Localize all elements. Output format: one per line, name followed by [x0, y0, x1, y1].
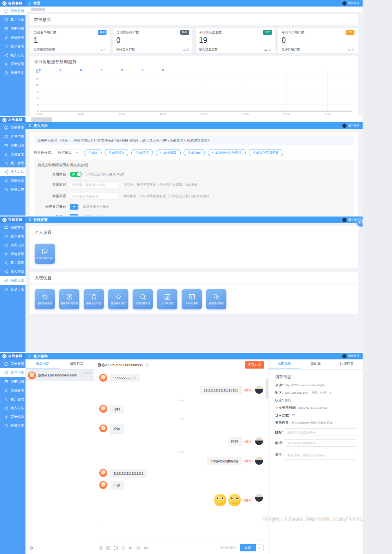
sidebar-item-4[interactable]: 客户管理 — [0, 42, 25, 51]
window-icon — [188, 293, 195, 300]
link-icon[interactable] — [129, 546, 133, 550]
chat-style-select[interactable]: 标准窗口 — [55, 149, 81, 156]
sidebar-item-3[interactable]: 评价管理 — [0, 250, 25, 258]
message-bubble: 哈哈 — [110, 424, 124, 434]
screenshot-help-link[interactable]: 怎样发截图? — [220, 546, 237, 550]
sidebar-item-4[interactable]: 客户管理 — [0, 395, 25, 404]
send-button[interactable]: 发送 — [240, 544, 256, 551]
sidebar-item-0[interactable]: 系统首页 — [0, 223, 25, 232]
minus-circle-icon[interactable] — [121, 546, 125, 550]
visitor-input-1[interactable] — [285, 439, 356, 447]
chat-scrollbar[interactable] — [266, 378, 268, 399]
sidebar-item-2[interactable]: 历史记录 — [0, 24, 25, 33]
logout-button[interactable]: 退出登录 — [348, 1, 359, 5]
expand-icon[interactable] — [145, 363, 149, 367]
brand-title: 在线客服 — [8, 354, 23, 358]
generate-button-1[interactable]: 生成弹窗js — [105, 149, 128, 156]
settings-tile[interactable]: 上下班设置 — [157, 289, 177, 309]
sidebar-item-5[interactable]: 接入方法 — [0, 267, 25, 276]
tab-排队列表[interactable]: 排队列表 — [60, 359, 94, 369]
settings-tile[interactable]: TAB栏编辑 — [182, 289, 202, 309]
sidebar-item-6[interactable]: 系统设置 — [0, 412, 25, 421]
tab-访客信息[interactable]: 访客信息 — [269, 359, 300, 369]
generate-button-0[interactable]: 生成js — [84, 149, 101, 156]
smile-icon[interactable] — [99, 546, 103, 550]
sidebar-item-6[interactable]: 系统设置 — [0, 276, 25, 285]
sidebar-item-3[interactable]: 评价管理 — [0, 33, 25, 42]
generate-button-4[interactable]: 生成html — [184, 149, 205, 156]
generate-button-3[interactable]: 生成小窗口 — [156, 149, 181, 156]
revoke-link[interactable]: (撤销) — [244, 459, 253, 463]
sidebar-item-7[interactable]: 登录日志 — [0, 421, 25, 430]
gear-icon — [4, 62, 8, 66]
sidebar-item-1[interactable]: 客户咨询 — [0, 15, 25, 24]
setting-hint: 单位秒，开启弹窗有效（只对自定义窗口生成js有效） — [123, 182, 201, 187]
settings-tile[interactable]: 首次对话问候语 — [35, 244, 55, 264]
sidebar-item-7[interactable]: 登录日志 — [0, 285, 25, 294]
sidebar-item-1[interactable]: 客户咨询 — [0, 232, 25, 241]
sidebar-item-0[interactable]: 系统首页 — [0, 7, 25, 15]
logout-button[interactable]: 退出登录 — [348, 124, 359, 128]
logout-button[interactable]: 退出登录 — [348, 354, 359, 358]
revoke-link[interactable]: (撤销) — [244, 498, 253, 503]
sidebar-item-5[interactable]: 接入方法 — [0, 167, 25, 176]
sidebar-item-2[interactable]: 历史记录 — [0, 141, 25, 150]
sidebar-item-0[interactable]: 系统首页 — [0, 123, 25, 132]
sidebar-item-4[interactable]: 客户管理 — [0, 258, 25, 267]
agent-avatar — [255, 494, 263, 502]
conversation-item[interactable]: 游客e2129399550098k8995 12:38:03 — [25, 370, 94, 381]
delete-conversation-button[interactable] — [25, 543, 94, 554]
message-input[interactable] — [98, 526, 264, 541]
svg-text:16:00: 16:00 — [201, 113, 208, 116]
sidebar-item-7[interactable]: 登录日志 — [0, 68, 25, 77]
tab-当前对话[interactable]: 当前对话 — [25, 359, 60, 369]
sidebar-item-1[interactable]: 客户咨询 — [0, 132, 25, 141]
chat-icon — [359, 220, 363, 224]
visitor-input-2[interactable] — [285, 450, 356, 460]
sidebar-item-0[interactable]: 系统首页 — [0, 359, 25, 368]
settings-tile[interactable]: 客服微信对接 — [206, 289, 226, 309]
sidebar-item-3[interactable]: 评价管理 — [0, 386, 25, 395]
tab-快捷回复[interactable]: 快捷回复 — [331, 359, 363, 369]
popup-toggle[interactable]: 开 — [70, 172, 82, 177]
tag-chip[interactable] — [31, 117, 52, 122]
color-picker-3[interactable] — [70, 204, 78, 210]
tag-chip[interactable] — [31, 8, 45, 11]
pin-chat-button[interactable]: 置顶对话 — [245, 361, 264, 369]
settings-tile[interactable]: 通用基础设置 — [35, 289, 55, 309]
sidebar-item-7[interactable]: 登录日志 — [0, 185, 25, 194]
visitor-input-0[interactable] — [285, 428, 356, 436]
tab-黑名单[interactable]: 黑名单 — [300, 359, 331, 369]
image-icon[interactable] — [106, 546, 110, 550]
settings-tile[interactable]: 客服评价设置 — [108, 289, 128, 309]
stat-footer-value: 0 — [349, 47, 354, 52]
send-options-button[interactable] — [256, 544, 264, 551]
color-picker-4[interactable] — [70, 214, 78, 216]
sidebar-item-3[interactable]: 评价管理 — [0, 150, 25, 159]
sidebar-item-5[interactable]: 接入方法 — [0, 51, 25, 60]
revoke-link[interactable]: (撤销) — [244, 440, 253, 444]
setting-input-2[interactable] — [70, 193, 119, 200]
generate-button-6[interactable]: 生成我的专属链接 — [249, 149, 283, 156]
star-icon[interactable] — [136, 546, 140, 550]
generate-button-2[interactable]: 生成悬浮 — [131, 149, 153, 156]
sidebar-item-2[interactable]: 历史记录 — [0, 241, 25, 250]
sidebar-item-1[interactable]: 客户咨询 — [0, 368, 25, 377]
sidebar-item-6[interactable]: 系统设置 — [0, 176, 25, 185]
settings-tile[interactable]: 常见问题管理 — [133, 289, 153, 309]
sidebar-item-6[interactable]: 系统设置 — [0, 60, 25, 68]
message-bubble: 牛逼 — [110, 481, 124, 490]
visitor-avatar — [99, 424, 107, 432]
sidebar-item-2[interactable]: 历史记录 — [0, 377, 25, 386]
revoke-link[interactable]: (撤销) — [244, 388, 253, 392]
folder-icon[interactable] — [114, 546, 118, 550]
svg-text:18:00: 18:00 — [242, 113, 249, 116]
setting-input-1[interactable] — [70, 181, 119, 188]
settings-tile[interactable]: 客服添加与管理 — [59, 289, 79, 309]
sidebar-item-4[interactable]: 客户管理 — [0, 159, 25, 167]
settings-tile[interactable]: 客服分组管理 — [84, 289, 104, 309]
sidebar-item-5[interactable]: 接入方法 — [0, 404, 25, 412]
generate-button-5[interactable]: 生成微信公众号链接 — [208, 149, 246, 156]
svg-text:10:00: 10:00 — [78, 113, 85, 116]
glasses-icon[interactable] — [144, 546, 148, 550]
